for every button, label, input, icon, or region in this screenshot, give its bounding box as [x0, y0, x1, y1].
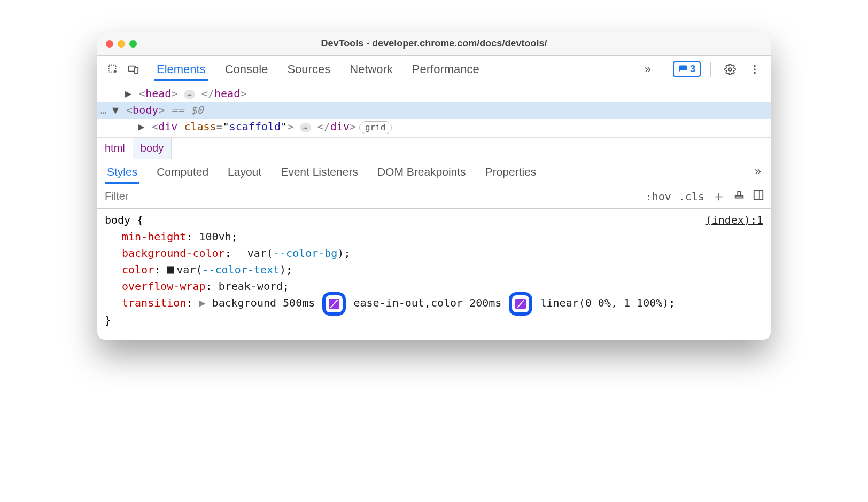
issues-count: 3 [690, 64, 695, 75]
svg-rect-2 [135, 67, 138, 73]
toolbar-right: » 3 [642, 60, 764, 79]
issues-badge[interactable]: 3 [673, 61, 701, 77]
toolbar-separator [149, 62, 149, 77]
rule-source-link[interactable]: (index):1 [706, 212, 763, 229]
styles-rule: body { (index):1 min-height: 100vh; back… [97, 209, 771, 340]
grid-badge[interactable]: grid [359, 121, 392, 134]
panel-tabs: Elements Console Sources Network Perform… [154, 58, 641, 81]
rule-selector[interactable]: body { [105, 212, 143, 229]
svg-point-4 [754, 65, 756, 67]
color-swatch-icon[interactable] [238, 250, 245, 257]
sub-tab-layout[interactable]: Layout [226, 159, 264, 184]
prop-min-height[interactable]: min-height: 100vh; [105, 229, 763, 245]
window-title: DevTools - developer.chrome.com/docs/dev… [321, 38, 547, 49]
maximize-window-button[interactable] [129, 40, 137, 48]
sub-tab-computed[interactable]: Computed [154, 159, 211, 184]
easing-editor-icon[interactable] [515, 299, 526, 309]
sub-tab-properties[interactable]: Properties [483, 159, 539, 184]
dom-node-head[interactable]: ▶ <head> ⋯ </head> [97, 85, 771, 102]
toolbar-separator [663, 62, 663, 77]
ellipsis-icon[interactable]: ⋯ [300, 123, 311, 132]
ellipsis-icon[interactable]: ⋯ [184, 90, 195, 99]
toolbar-separator [710, 62, 711, 77]
computed-sidebar-icon[interactable] [753, 189, 764, 203]
inspect-element-icon[interactable] [104, 60, 123, 79]
easing-editor-icon[interactable] [329, 299, 339, 309]
styles-sub-tabs: Styles Computed Layout Event Listeners D… [97, 159, 771, 184]
cls-toggle[interactable]: .cls [679, 190, 704, 203]
prop-background-color[interactable]: background-color: var(--color-bg); [105, 245, 763, 262]
easing-highlight [509, 292, 532, 316]
svg-point-5 [754, 68, 756, 70]
easing-highlight [322, 292, 346, 316]
titlebar: DevTools - developer.chrome.com/docs/dev… [97, 32, 771, 56]
breadcrumb: html body [97, 137, 771, 159]
crumb-body[interactable]: body [133, 138, 172, 159]
hov-toggle[interactable]: :hov [646, 190, 671, 203]
crumb-html[interactable]: html [97, 138, 133, 159]
styles-filter-tools: :hov .cls ＋ [639, 187, 771, 206]
styles-filter-input[interactable] [97, 190, 639, 202]
tab-elements[interactable]: Elements [154, 58, 208, 81]
sub-tabs-overflow-icon[interactable]: » [753, 164, 763, 178]
settings-gear-icon[interactable] [720, 60, 740, 79]
devtools-window: DevTools - developer.chrome.com/docs/dev… [97, 32, 771, 340]
color-swatch-icon[interactable] [167, 266, 174, 274]
prop-color[interactable]: color: var(--color-text); [105, 262, 763, 278]
svg-point-3 [728, 68, 732, 71]
tab-sources[interactable]: Sources [285, 58, 332, 81]
tab-performance[interactable]: Performance [410, 58, 482, 81]
dom-node-div[interactable]: ▶ <div class="scaffold"> ⋯ </div>grid [97, 119, 771, 135]
sub-tab-styles[interactable]: Styles [105, 159, 140, 184]
tab-console[interactable]: Console [223, 58, 270, 81]
styles-filter-row: :hov .cls ＋ [97, 184, 771, 209]
sub-tab-dom-breakpoints[interactable]: DOM Breakpoints [375, 159, 468, 184]
svg-point-6 [754, 72, 756, 74]
prop-transition[interactable]: transition: ▶ background 500ms ease-in-o… [105, 295, 763, 312]
close-window-button[interactable] [106, 40, 113, 48]
dom-tree: ▶ <head> ⋯ </head> ▼ <body> == $0 ▶ <div… [97, 83, 771, 137]
more-menu-icon[interactable] [745, 60, 764, 79]
svg-rect-7 [754, 191, 763, 200]
paint-brush-icon[interactable] [733, 189, 745, 203]
sub-tab-event-listeners[interactable]: Event Listeners [278, 159, 360, 184]
window-controls [106, 40, 137, 48]
main-toolbar: Elements Console Sources Network Perform… [97, 56, 771, 83]
rule-close-brace: } [105, 312, 763, 329]
dom-node-body-selected[interactable]: ▼ <body> == $0 [97, 102, 771, 119]
new-style-rule-icon[interactable]: ＋ [712, 187, 726, 206]
prop-overflow-wrap[interactable]: overflow-wrap: break-word; [105, 278, 763, 295]
tabs-overflow-icon[interactable]: » [642, 62, 653, 76]
tab-network[interactable]: Network [347, 58, 395, 81]
minimize-window-button[interactable] [118, 40, 125, 48]
device-toolbar-icon[interactable] [124, 60, 143, 79]
